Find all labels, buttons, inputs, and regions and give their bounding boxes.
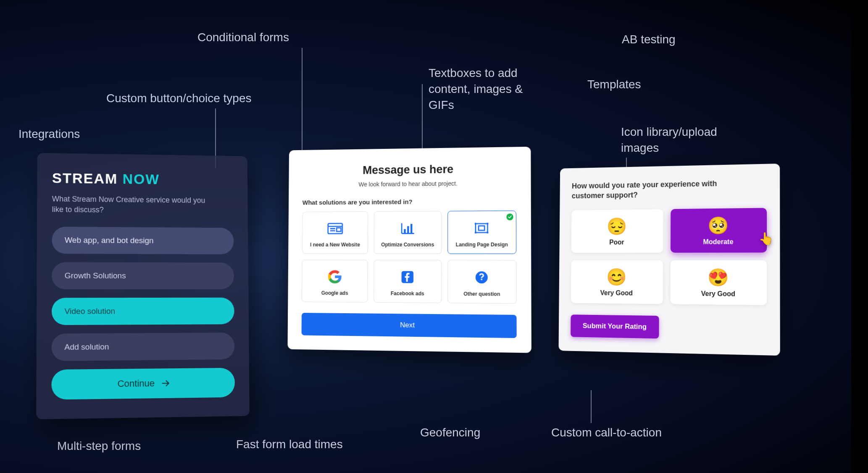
check-icon (506, 214, 513, 220)
right-edge-strip (851, 0, 868, 473)
solution-tile-label: Other question (463, 291, 500, 297)
svg-rect-5 (337, 228, 341, 232)
continue-button[interactable]: Continue (51, 368, 235, 400)
rating-question: How would you rate your experience with … (572, 178, 737, 201)
label-ab-testing: AB testing (622, 32, 676, 48)
message-us-title: Message us here (302, 162, 516, 178)
svg-point-16 (487, 232, 489, 233)
rating-form-card: How would you rate your experience with … (558, 164, 780, 355)
svg-point-15 (475, 232, 476, 233)
next-button-label: Next (400, 321, 415, 329)
rating-option[interactable]: 😊Very Good (571, 260, 663, 304)
connector-custom-cta (591, 390, 592, 423)
choice-option[interactable]: Web app, and bot design (52, 227, 234, 254)
stream-now-question: What Stream Now Creative service would y… (52, 194, 211, 217)
rating-option[interactable]: 🥺Moderate👆 (671, 208, 767, 253)
stream-now-options: Web app, and bot designGrowth SolutionsV… (52, 227, 235, 361)
rating-option[interactable]: 😍Very Good (671, 260, 767, 305)
choice-option-label: Web app, and bot design (65, 236, 154, 245)
choice-option[interactable]: Growth Solutions (52, 262, 234, 290)
choice-option[interactable]: Video solution (52, 298, 234, 325)
solution-tile[interactable]: Optimize Conversions (374, 211, 442, 254)
solution-tile-label: Optimize Conversions (381, 242, 434, 248)
choice-option-label: Add solution (64, 342, 109, 351)
website-icon-wrap (326, 220, 345, 237)
label-fast-load: Fast form load times (236, 436, 343, 452)
cursor-icon: 👆 (759, 231, 774, 246)
rating-emoji-icon: 😔 (607, 218, 627, 235)
solution-tile[interactable]: Facebook ads (374, 260, 442, 303)
continue-button-label: Continue (118, 378, 155, 389)
landing-page-icon (473, 220, 491, 236)
label-textboxes: Textboxes to add content, images & GIFs (429, 65, 523, 113)
solution-tiles-grid: I need a New WebsiteOptimize Conversions… (302, 211, 516, 304)
svg-rect-1 (328, 223, 342, 233)
rating-emoji-icon: 🥺 (708, 217, 729, 234)
stream-now-logo: STREAM NOW (52, 170, 233, 188)
solution-tile[interactable]: Google ads (302, 260, 368, 303)
rating-option-label: Moderate (703, 238, 733, 246)
svg-point-13 (475, 223, 476, 225)
landing-icon-wrap (472, 219, 492, 236)
question-icon (473, 269, 491, 285)
svg-rect-10 (410, 224, 412, 234)
google-icon-wrap (325, 268, 344, 285)
solution-tile-label: Google ads (321, 290, 348, 296)
chart-icon (399, 220, 416, 236)
choice-option-label: Video solution (65, 307, 115, 316)
label-templates: Templates (587, 77, 641, 92)
rating-option-label: Very Good (600, 289, 633, 297)
brand-text-part2: NOW (123, 171, 160, 187)
label-custom-button-types: Custom button/choice types (106, 90, 252, 106)
choice-option[interactable]: Add solution (52, 333, 235, 361)
message-us-subtitle: We look forward to hear about project. (302, 180, 516, 188)
facebook-icon (399, 269, 416, 285)
stream-now-form-card: STREAM NOW What Stream Now Creative serv… (36, 153, 250, 420)
website-icon (326, 221, 344, 237)
brand-text-part1: STREAM (52, 170, 123, 187)
svg-rect-9 (407, 226, 409, 233)
label-geofencing: Geofencing (420, 425, 480, 441)
label-icon-library: Icon library/upload images (621, 124, 717, 156)
svg-point-14 (487, 223, 489, 225)
solution-tile-label: I need a New Website (310, 242, 360, 248)
label-custom-cta: Custom call-to-action (551, 425, 662, 441)
message-us-form-card: Message us here We look forward to hear … (287, 147, 531, 353)
solution-tile[interactable]: Landing Page Design (447, 211, 516, 254)
rating-option[interactable]: 😔Poor (571, 209, 663, 253)
rating-options-grid: 😔Poor🥺Moderate👆😊Very Good😍Very Good (571, 208, 767, 305)
submit-rating-button[interactable]: Submit Your Rating (571, 314, 659, 338)
svg-rect-8 (404, 229, 405, 233)
connector-conditional-forms (302, 48, 302, 156)
solution-tile-label: Landing Page Design (456, 242, 508, 248)
rating-emoji-icon: 😊 (606, 268, 627, 285)
label-multi-step: Multi-step forms (57, 438, 141, 454)
solution-tile[interactable]: Other question (447, 260, 517, 304)
feature-showcase-stage: Conditional forms Custom button/choice t… (0, 0, 868, 473)
solution-tile[interactable]: I need a New Website (302, 211, 368, 254)
rating-emoji-icon: 😍 (708, 269, 729, 286)
connector-textboxes (422, 84, 423, 155)
google-icon (326, 269, 343, 285)
question-icon-wrap (472, 269, 492, 286)
label-integrations: Integrations (18, 126, 80, 142)
rating-option-label: Very Good (701, 290, 735, 298)
solution-tile-label: Facebook ads (391, 291, 424, 297)
choice-option-label: Growth Solutions (65, 271, 126, 280)
arrow-right-icon (160, 378, 171, 388)
facebook-icon-wrap (398, 269, 417, 285)
submit-rating-label: Submit Your Rating (583, 322, 647, 330)
chart-icon-wrap (398, 220, 417, 237)
message-us-question: What solutions are you interested in? (302, 197, 516, 206)
svg-rect-11 (476, 224, 488, 233)
label-conditional-forms: Conditional forms (197, 29, 289, 45)
next-button[interactable]: Next (302, 313, 517, 338)
rating-option-label: Poor (609, 238, 624, 246)
svg-rect-12 (479, 226, 484, 230)
